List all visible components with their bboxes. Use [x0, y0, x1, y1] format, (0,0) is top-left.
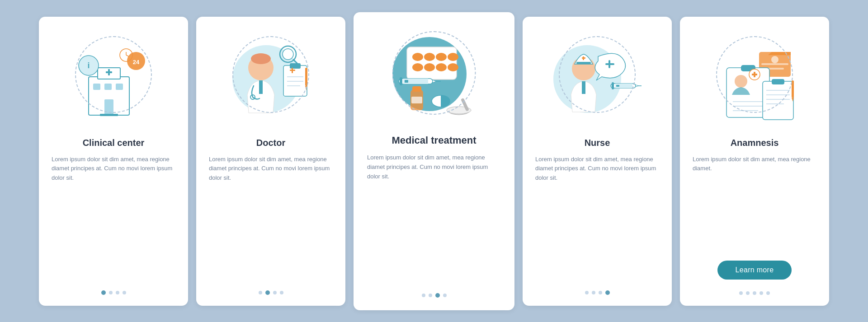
icon-area-clinical-center: i 24 — [52, 29, 175, 129]
svg-marker-66 — [636, 85, 639, 87]
card-title: Anamnesis — [731, 137, 779, 149]
dot — [760, 291, 763, 295]
dot — [443, 294, 447, 297]
dot — [273, 291, 277, 294]
dot — [280, 291, 283, 294]
dot-active — [605, 290, 610, 295]
card-text: Lorem ipsum dolor sit dim amet, mea regi… — [367, 153, 501, 285]
svg-rect-8 — [100, 114, 118, 116]
dot — [592, 291, 595, 294]
dot-active — [435, 293, 440, 298]
dot — [766, 291, 770, 295]
dots-row — [101, 290, 126, 295]
card-title: Doctor — [256, 137, 285, 149]
dot — [429, 294, 432, 297]
card-text: Lorem ipsum dolor sit dim amet, mea regi… — [693, 155, 816, 253]
dot — [739, 291, 743, 295]
dot-active — [265, 290, 270, 295]
dot-active — [101, 290, 106, 295]
dots-row — [422, 293, 447, 298]
card-nurse: Nurse Lorem ipsum dolor sit dim amet, me… — [523, 17, 672, 306]
dot — [259, 291, 262, 294]
icon-area-nurse — [535, 29, 659, 129]
dot — [746, 291, 750, 295]
learn-more-button[interactable]: Learn more — [717, 261, 792, 280]
card-medical-treatment: Medical treatment Lorem ipsum dolor sit … — [354, 12, 514, 310]
card-title: Medical treatment — [392, 134, 476, 147]
dots-row — [259, 290, 283, 295]
card-title: Nurse — [585, 137, 610, 149]
dot — [123, 291, 126, 294]
cards-container: i 24 Clinical center Lorem ipsum dolor s… — [21, 0, 847, 322]
card-text: Lorem ipsum dolor sit dim amet, mea regi… — [535, 155, 659, 282]
icon-area-anamnesis — [693, 29, 816, 129]
dot — [109, 291, 113, 294]
dot — [585, 291, 589, 294]
dot — [599, 291, 602, 294]
dots-row — [739, 291, 770, 295]
card-text: Lorem ipsum dolor sit dim amet, mea regi… — [209, 155, 333, 282]
dots-row — [585, 290, 610, 295]
card-text: Lorem ipsum dolor sit dim amet, mea regi… — [52, 155, 175, 282]
dot — [116, 291, 119, 294]
icon-area-medical-treatment — [367, 27, 501, 126]
card-anamnesis: Anamnesis Lorem ipsum dolor sit dim amet… — [680, 17, 829, 306]
card-title: Clinical center — [83, 137, 145, 149]
card-doctor: Doctor Lorem ipsum dolor sit dim amet, m… — [196, 17, 345, 306]
icon-area-doctor — [209, 29, 333, 129]
dot — [422, 294, 425, 297]
dot — [753, 291, 756, 295]
card-clinical-center: i 24 Clinical center Lorem ipsum dolor s… — [39, 17, 188, 306]
